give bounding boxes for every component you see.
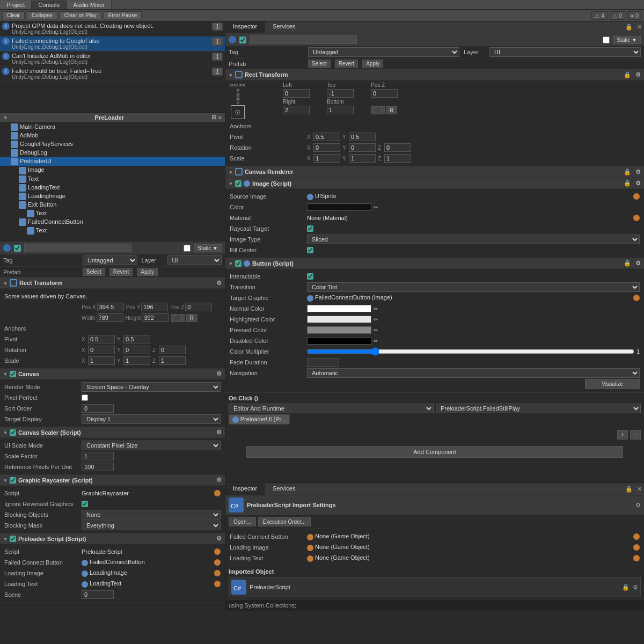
right-rt-lock[interactable]: 🔒 <box>624 71 631 78</box>
top-input[interactable] <box>327 89 354 98</box>
ref-pixels-input[interactable] <box>82 463 114 471</box>
right-prefab-apply[interactable]: Apply <box>362 60 383 68</box>
hier-item-image[interactable]: Image <box>0 166 225 174</box>
pressed-color-edit[interactable]: ✏ <box>374 327 378 333</box>
hier-item-loading-text[interactable]: LoadingText <box>0 184 225 192</box>
height-input[interactable] <box>142 313 169 322</box>
hier-item-failed-text[interactable]: Text <box>0 226 225 235</box>
normal-color-edit[interactable]: ✏ <box>374 306 378 312</box>
name-input[interactable]: PreloaderUI <box>24 244 131 252</box>
image-color-swatch[interactable] <box>307 203 371 211</box>
sort-order-input[interactable] <box>82 404 114 413</box>
add-component-button[interactable]: Add Component <box>246 446 623 458</box>
close-icon[interactable]: ✕ <box>635 21 644 33</box>
normal-color-swatch[interactable] <box>307 305 371 312</box>
posz-input[interactable] <box>371 89 398 98</box>
on-click-runtime-dropdown[interactable]: Editor And Runtime <box>229 404 434 413</box>
pos-x-input[interactable] <box>97 303 124 311</box>
fill-center-checkbox[interactable] <box>307 247 313 253</box>
disabled-color-edit[interactable]: ✏ <box>374 338 378 344</box>
fade-duration-input[interactable]: 0.1 <box>307 358 339 367</box>
canvas-renderer-header[interactable]: Canvas Renderer 🔒 ⚙ <box>225 166 644 178</box>
static-checkbox[interactable] <box>184 245 191 252</box>
right-input[interactable] <box>283 106 310 114</box>
canvas-header[interactable]: Canvas ⚙ <box>0 369 225 379</box>
rot-z-input[interactable] <box>159 346 186 354</box>
image-color-edit[interactable]: ✏ <box>374 204 378 210</box>
pivot-x-input[interactable] <box>88 335 115 343</box>
blocking-mask-dropdown[interactable]: Everything <box>82 521 221 530</box>
button-script-header[interactable]: Button (Script) 🔒 ⚙ <box>225 258 644 269</box>
hierarchy-menu-icon[interactable]: ≡ <box>218 114 222 121</box>
rot-y-input[interactable] <box>123 346 150 354</box>
hier-item-text[interactable]: Text <box>0 175 225 184</box>
hier-item-preloaderui[interactable]: PreloaderUI <box>0 157 225 166</box>
right-static-dropdown[interactable]: Static ▼ <box>613 36 641 44</box>
tab-services[interactable]: Services <box>265 21 303 33</box>
visualize-button[interactable]: Visualize <box>585 379 640 389</box>
prefab-apply-btn[interactable]: Apply <box>137 268 158 276</box>
r-btn[interactable]: R <box>186 314 197 322</box>
right-scale-y[interactable] <box>349 154 376 163</box>
console-row[interactable]: i Failed should be true, Failed=True Uni… <box>0 67 225 82</box>
bp-btn[interactable]: ⬛ <box>171 314 185 322</box>
disabled-color-swatch[interactable] <box>307 337 371 345</box>
scale-factor-input[interactable] <box>82 452 114 460</box>
navigation-dropdown[interactable]: Automatic <box>307 368 640 378</box>
button-active-checkbox[interactable] <box>235 260 241 267</box>
pixel-perfect-checkbox[interactable] <box>82 394 88 401</box>
canvas-scaler-gear[interactable]: ⚙ <box>216 429 222 436</box>
bp-btn2[interactable]: ⬛ <box>371 106 385 114</box>
image-active-checkbox[interactable] <box>235 180 241 187</box>
on-click-method-dropdown[interactable]: PreloaderScript.FailedStillPlay <box>436 404 641 413</box>
open-button[interactable]: Open... <box>229 517 256 526</box>
canvas-active-checkbox[interactable] <box>10 371 16 377</box>
canvas-scaler-header[interactable]: Canvas Scaler (Script) ⚙ <box>0 427 225 438</box>
hier-item-loading-image[interactable]: LoadingImage <box>0 192 225 201</box>
preloader-script-checkbox[interactable] <box>10 536 16 542</box>
highlighted-color-swatch[interactable] <box>307 316 371 323</box>
color-multiplier-slider[interactable] <box>307 347 634 356</box>
image-script-header[interactable]: Image (Script) 🔒 ⚙ <box>225 178 644 189</box>
right-rot-x[interactable] <box>313 143 340 152</box>
btn-gear[interactable]: ⚙ <box>635 260 641 267</box>
minus-btn[interactable]: − <box>630 430 641 440</box>
tag-dropdown[interactable]: Untagged <box>83 255 137 265</box>
right-scale-z[interactable] <box>384 154 411 163</box>
right-rot-z[interactable] <box>384 143 411 152</box>
rect-transform-header[interactable]: Rect Transform ⚙ <box>0 277 225 289</box>
graphic-raycaster-checkbox[interactable] <box>10 477 16 484</box>
hier-item-main-camera[interactable]: Main Camera <box>0 123 225 131</box>
scale-z-input[interactable] <box>159 356 186 365</box>
hierarchy-fold-arrow[interactable] <box>3 114 8 120</box>
pos-z-input[interactable] <box>185 303 212 311</box>
left-input[interactable] <box>283 89 310 98</box>
console-row[interactable]: i Failed connecting to GoogleFalse Unity… <box>0 36 225 52</box>
pressed-color-swatch[interactable] <box>307 326 371 334</box>
right-name-input[interactable]: FailedConnectButton <box>250 35 357 44</box>
execution-order-button[interactable]: Execution Order... <box>258 517 311 526</box>
target-display-dropdown[interactable]: Display 1 <box>82 414 221 424</box>
hier-item-google-play[interactable]: GooglePlayServices <box>0 140 225 149</box>
tab-bottom-inspector[interactable]: Inspector <box>225 484 265 495</box>
right-scale-x[interactable] <box>313 154 340 163</box>
transition-dropdown[interactable]: Color Tint <box>307 282 640 292</box>
rt-anchor-visual[interactable]: ⊡ <box>231 105 245 119</box>
ps-scene-input[interactable] <box>82 590 114 599</box>
import-gear-icon[interactable]: ⚙ <box>635 502 641 509</box>
tab-inspector[interactable]: Inspector <box>225 21 265 33</box>
pos-y-input[interactable] <box>141 303 168 311</box>
right-prefab-revert[interactable]: Revert <box>335 60 358 68</box>
image-type-dropdown[interactable]: Sliced <box>307 235 640 244</box>
clear-button[interactable]: Clear <box>2 11 25 19</box>
r-btn2[interactable]: R <box>386 106 397 114</box>
right-static-checkbox[interactable] <box>603 36 610 43</box>
lock-icon[interactable]: 🔒 <box>623 21 635 33</box>
prefab-revert-btn[interactable]: Revert <box>109 268 133 276</box>
pivot-y-input[interactable] <box>123 335 150 343</box>
blocking-objects-dropdown[interactable]: None <box>82 510 221 519</box>
hier-item-admob[interactable]: AdMob <box>0 131 225 140</box>
width-input[interactable] <box>97 313 123 322</box>
cr-gear[interactable]: ⚙ <box>635 169 641 175</box>
preloader-obj-button[interactable]: PreloaderUI (Pr... <box>229 414 290 425</box>
